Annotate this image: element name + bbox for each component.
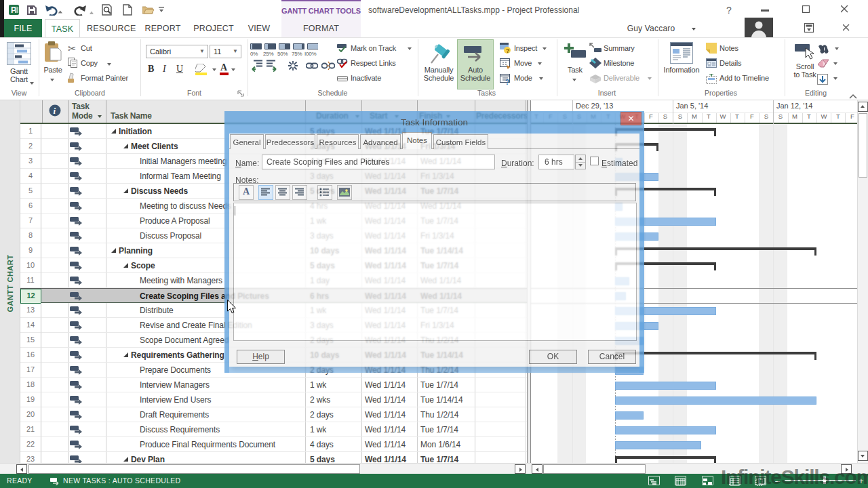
svg-text:?: ?	[506, 47, 510, 54]
svg-text:?: ?	[505, 79, 509, 85]
svg-text:i: i	[54, 106, 56, 116]
